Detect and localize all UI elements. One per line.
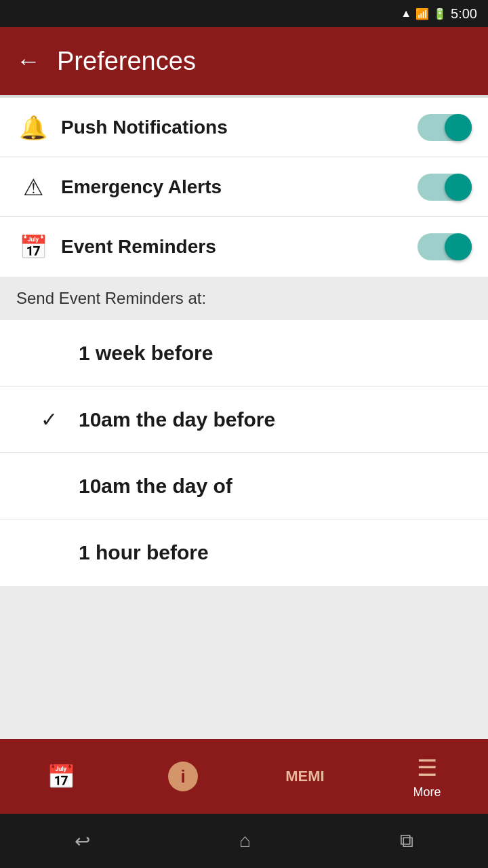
reminders-heading: Send Event Reminders at: xyxy=(16,289,206,307)
reminder-option-1week[interactable]: ✓ 1 week before xyxy=(0,320,488,387)
event-reminders-toggle[interactable] xyxy=(418,233,472,260)
event-reminders-label: Event Reminders xyxy=(50,236,418,258)
nav-calendar-icon: 📅 xyxy=(47,763,75,790)
battery-icon: 🔋 xyxy=(433,7,447,20)
back-button[interactable]: ← xyxy=(16,49,41,73)
emergency-alerts-label: Emergency Alerts xyxy=(50,176,418,198)
nav-memi[interactable]: MEMI xyxy=(244,768,366,785)
toggle-thumb xyxy=(445,174,472,201)
nav-more-label: More xyxy=(413,785,441,800)
emergency-alerts-row[interactable]: ⚠ Emergency Alerts xyxy=(0,157,488,217)
sys-home-button[interactable]: ⌂ xyxy=(239,830,251,852)
page-title: Preferences xyxy=(57,47,196,76)
toggle-thumb xyxy=(445,233,472,260)
bell-icon: 🔔 xyxy=(16,114,50,141)
nav-more-icon: ☰ xyxy=(417,754,437,781)
status-bar: ▲ 📶 🔋 5:00 xyxy=(0,0,488,27)
wifi-icon: ▲ xyxy=(401,7,411,20)
settings-list: 🔔 Push Notifications ⚠ Emergency Alerts … xyxy=(0,98,488,277)
app-bar: ← Preferences xyxy=(0,27,488,95)
nav-memi-label: MEMI xyxy=(285,768,324,785)
toggle-thumb xyxy=(445,114,472,141)
nav-info-icon: i xyxy=(168,762,198,791)
sys-back-button[interactable]: ↩ xyxy=(75,830,90,852)
warning-icon: ⚠ xyxy=(16,174,50,201)
content-footer xyxy=(0,586,488,739)
nav-calendar[interactable]: 📅 xyxy=(0,763,122,790)
status-time: 5:00 xyxy=(451,6,477,22)
reminder-options-list: ✓ 1 week before ✓ 10am the day before ✓ … xyxy=(0,320,488,586)
nav-info[interactable]: i xyxy=(122,762,244,791)
signal-icon: 📶 xyxy=(415,7,429,20)
event-reminders-row[interactable]: 📅 Event Reminders xyxy=(0,217,488,277)
reminders-section-header: Send Event Reminders at: xyxy=(0,277,488,320)
bottom-navigation: 📅 i MEMI ☰ More xyxy=(0,739,488,814)
push-notifications-row[interactable]: 🔔 Push Notifications xyxy=(0,98,488,157)
system-navigation: ↩ ⌂ ⧉ xyxy=(0,814,488,868)
push-notifications-label: Push Notifications xyxy=(50,117,418,138)
calendar-icon: 📅 xyxy=(16,233,50,260)
status-icons: ▲ 📶 🔋 5:00 xyxy=(401,6,477,22)
reminder-option-10am-of[interactable]: ✓ 10am the day of xyxy=(0,453,488,519)
reminder-10am-before-label: 10am the day before xyxy=(79,408,275,431)
reminder-option-10am-before[interactable]: ✓ 10am the day before xyxy=(0,387,488,453)
reminder-1hour-label: 1 hour before xyxy=(79,541,209,564)
reminder-10am-of-label: 10am the day of xyxy=(79,475,232,498)
reminder-1week-label: 1 week before xyxy=(79,342,213,365)
emergency-alerts-toggle[interactable] xyxy=(418,174,472,201)
push-notifications-toggle[interactable] xyxy=(418,114,472,141)
reminder-option-1hour[interactable]: ✓ 1 hour before xyxy=(0,519,488,586)
checkmark-icon: ✓ xyxy=(41,408,65,431)
sys-recents-button[interactable]: ⧉ xyxy=(400,830,413,852)
nav-more[interactable]: ☰ More xyxy=(366,754,488,800)
